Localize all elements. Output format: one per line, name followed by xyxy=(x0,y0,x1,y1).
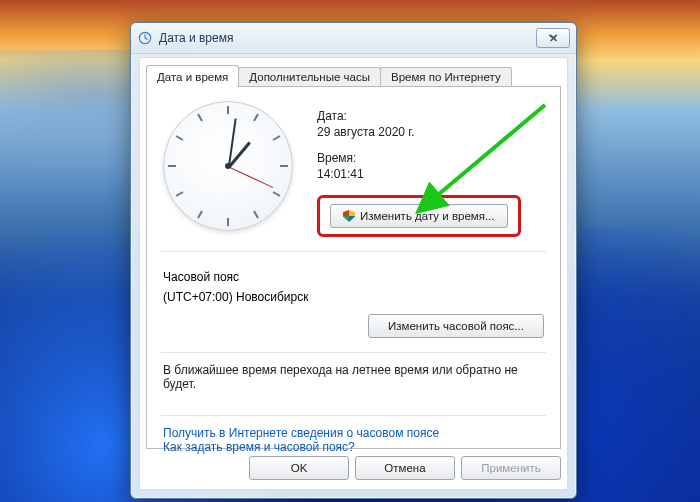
change-timezone-label: Изменить часовой пояс... xyxy=(388,320,524,332)
shield-icon xyxy=(343,210,355,222)
dialog-buttons: OK Отмена Применить xyxy=(146,453,561,483)
analog-clock xyxy=(163,101,293,231)
link-howto-set-time[interactable]: Как задать время и часовой пояс? xyxy=(163,440,355,454)
timezone-value: (UTC+07:00) Новосибирск xyxy=(163,290,544,304)
tab-datetime[interactable]: Дата и время xyxy=(146,65,239,87)
clock-icon xyxy=(137,30,153,46)
date-value: 29 августа 2020 г. xyxy=(317,125,544,139)
change-timezone-button[interactable]: Изменить часовой пояс... xyxy=(368,314,544,338)
titlebar[interactable]: Дата и время ✕ xyxy=(131,23,576,54)
date-label: Дата: xyxy=(317,109,544,123)
tab-internet-time[interactable]: Время по Интернету xyxy=(380,67,512,87)
ok-button[interactable]: OK xyxy=(249,456,349,480)
window-title: Дата и время xyxy=(159,31,536,45)
tab-panel-datetime: Дата: 29 августа 2020 г. Время: 14:01:41… xyxy=(146,86,561,449)
tab-additional-clocks[interactable]: Дополнительные часы xyxy=(238,67,381,87)
datetime-dialog: Дата и время ✕ Дата и время Дополнительн… xyxy=(130,22,577,499)
change-datetime-button[interactable]: Изменить дату и время... xyxy=(330,204,508,228)
time-label: Время: xyxy=(317,151,544,165)
change-datetime-label: Изменить дату и время... xyxy=(360,210,495,222)
timezone-label: Часовой пояс xyxy=(163,270,544,284)
client-area: Дата и время Дополнительные часы Время п… xyxy=(139,57,568,490)
highlight-box: Изменить дату и время... xyxy=(317,195,521,237)
dst-note: В ближайшее время перехода на летнее вре… xyxy=(163,363,544,391)
close-button[interactable]: ✕ xyxy=(536,28,570,48)
apply-button[interactable]: Применить xyxy=(461,456,561,480)
time-value: 14:01:41 xyxy=(317,167,544,181)
tab-strip: Дата и время Дополнительные часы Время п… xyxy=(146,64,561,87)
cancel-button[interactable]: Отмена xyxy=(355,456,455,480)
link-timezone-info[interactable]: Получить в Интернете сведения о часовом … xyxy=(163,426,439,440)
